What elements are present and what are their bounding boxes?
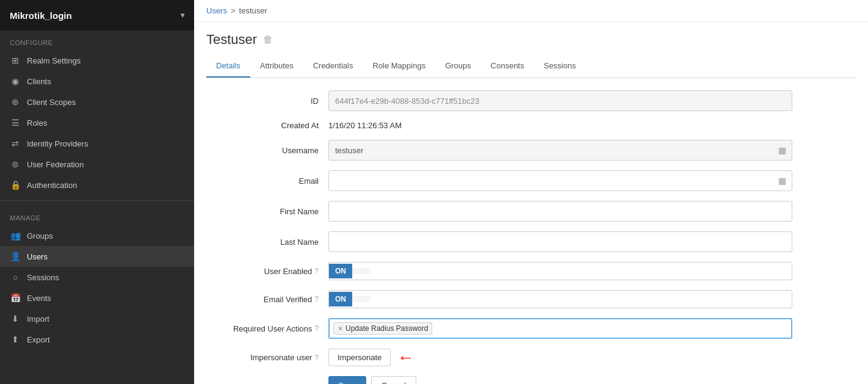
created-at-row: Created At 1/16/20 11:26:53 AM [206,121,792,130]
sidebar-item-label: Users [27,252,48,261]
user-federation-icon: ⊜ [10,159,21,169]
sidebar-item-label: Groups [27,231,53,241]
form-area: ID Created At 1/16/20 11:26:53 AM Userna… [194,78,805,384]
tab-consents[interactable]: Consents [481,55,534,78]
remove-tag-icon[interactable]: ✕ [338,325,343,333]
last-name-control [328,231,792,252]
sidebar-item-label: Roles [27,118,47,128]
tab-details[interactable]: Details [206,55,250,78]
user-enabled-help-icon[interactable]: ? [314,267,319,275]
user-enabled-toggle[interactable]: ON [328,262,792,280]
email-verified-toggle[interactable]: ON [328,290,792,308]
cancel-button[interactable]: Cancel [371,376,416,384]
id-input [328,90,792,111]
tab-role-mappings[interactable]: Role Mappings [363,55,435,78]
email-input[interactable] [328,170,792,191]
breadcrumb: Users > testuser [194,0,868,22]
user-enabled-row: User Enabled ? ON [206,262,792,280]
configure-section-label: Configure [0,31,194,50]
required-actions-input[interactable]: ✕ Update Radius Password [328,318,792,339]
sidebar-item-roles[interactable]: ☰ Roles [0,112,194,133]
identity-providers-icon: ⇄ [10,139,21,148]
sidebar-item-user-federation[interactable]: ⊜ User Federation [0,154,194,175]
app-name: Mikrotik_login [10,10,72,21]
main-content: Users > testuser Testuser 🗑 Details Attr… [194,0,868,384]
page-title-bar: Testuser 🗑 [194,22,868,48]
sidebar: Mikrotik_login ▾ Configure ⊞ Realm Setti… [0,0,194,384]
tag-label: Update Radius Password [345,324,428,333]
created-at-value: 1/16/20 11:26:53 AM [328,121,402,130]
page-title: Testuser [206,32,257,48]
email-row: Email ▦ [206,170,792,191]
impersonate-row: Impersonate user ? Impersonate ← [206,349,792,366]
sidebar-item-export[interactable]: ⬆ Export [0,329,194,350]
import-icon: ⬇ [10,314,21,324]
breadcrumb-parent[interactable]: Users [206,6,227,15]
tab-credentials[interactable]: Credentials [303,55,363,78]
required-actions-label: Required User Actions ? [206,324,328,333]
username-row: Username ▦ [206,140,792,161]
tab-attributes[interactable]: Attributes [250,55,303,78]
sidebar-item-label: Clients [27,77,51,86]
sidebar-item-import[interactable]: ⬇ Import [0,308,194,329]
sidebar-item-label: Sessions [27,273,59,282]
first-name-row: First Name [206,201,792,222]
app-dropdown-icon[interactable]: ▾ [181,11,184,20]
sidebar-item-label: Client Scopes [27,98,76,107]
sidebar-item-events[interactable]: 📅 Events [0,288,194,308]
id-row: ID [206,90,792,111]
tab-sessions[interactable]: Sessions [534,55,586,78]
impersonate-label: Impersonate user ? [206,353,328,362]
last-name-label: Last Name [206,237,328,247]
red-arrow-indicator: ← [397,348,414,368]
required-actions-control: ✕ Update Radius Password [328,318,792,339]
sidebar-item-identity-providers[interactable]: ⇄ Identity Providers [0,133,194,154]
email-verified-help-icon[interactable]: ? [314,295,319,303]
sidebar-item-label: Import [27,314,49,324]
required-actions-row: Required User Actions ? ✕ Update Radius … [206,318,792,339]
username-control: ▦ [328,140,792,161]
sidebar-item-label: User Federation [27,160,84,169]
email-verified-label: Email Verified ? [206,295,328,304]
email-field-icon: ▦ [778,176,786,186]
sidebar-item-groups[interactable]: 👥 Groups [0,225,194,246]
sidebar-item-realm-settings[interactable]: ⊞ Realm Settings [0,50,194,71]
last-name-input[interactable] [328,231,792,252]
sidebar-item-authentication[interactable]: 🔒 Authentication [0,175,194,195]
impersonate-help-icon[interactable]: ? [314,353,319,362]
sidebar-item-label: Identity Providers [27,139,88,148]
roles-icon: ☰ [10,118,21,128]
save-button[interactable]: Save [328,376,366,384]
authentication-icon: 🔒 [10,180,21,190]
email-verified-control: ON [328,290,792,308]
username-field-icon: ▦ [778,145,786,155]
required-action-tag: ✕ Update Radius Password [333,322,432,335]
email-control: ▦ [328,170,792,191]
username-input[interactable] [328,140,792,161]
required-actions-help-icon[interactable]: ? [314,324,319,333]
sidebar-item-client-scopes[interactable]: ⊛ Client Scopes [0,92,194,112]
delete-user-icon[interactable]: 🗑 [263,34,273,45]
action-buttons-row: Save Cancel [206,376,792,384]
breadcrumb-current: testuser [239,6,267,15]
sidebar-item-label: Events [27,294,51,303]
sidebar-item-users[interactable]: 👤 Users [0,246,194,267]
sidebar-item-sessions[interactable]: ○ Sessions [0,267,194,288]
created-at-control: 1/16/20 11:26:53 AM [328,121,792,130]
first-name-label: First Name [206,207,328,216]
email-label: Email [206,176,328,186]
first-name-input[interactable] [328,201,792,222]
user-enabled-control: ON [328,262,792,280]
created-at-label: Created At [206,121,328,130]
email-verified-row: Email Verified ? ON [206,290,792,308]
sidebar-header[interactable]: Mikrotik_login ▾ [0,0,194,31]
tab-groups[interactable]: Groups [435,55,481,78]
email-verified-off-area [352,296,371,302]
sidebar-item-clients[interactable]: ◉ Clients [0,71,194,92]
tabs-bar: Details Attributes Credentials Role Mapp… [206,55,856,78]
username-label: Username [206,146,328,155]
impersonate-control: Impersonate ← [328,349,792,366]
user-enabled-on-label: ON [329,264,352,278]
first-name-control [328,201,792,222]
impersonate-button[interactable]: Impersonate [328,349,391,366]
